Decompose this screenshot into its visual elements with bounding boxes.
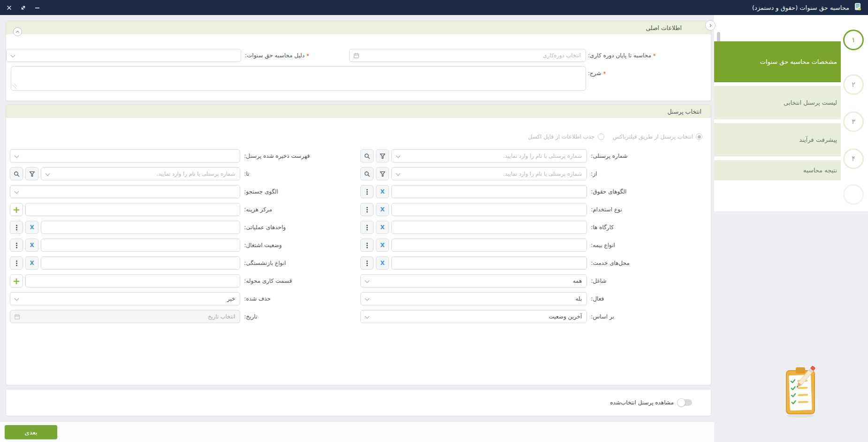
from-field [360, 167, 589, 181]
period-field [349, 48, 586, 62]
to-field [6, 167, 242, 181]
more-options-button[interactable] [360, 185, 373, 198]
assigned-section-box [25, 274, 240, 287]
workshops-input[interactable] [392, 221, 586, 233]
insurance-types-field: X [360, 238, 589, 252]
retirement-types-field: X [6, 256, 242, 270]
active-label: فعال: [589, 292, 711, 306]
step-1[interactable]: مشخصات محاسبه حق سنوات [714, 41, 841, 82]
retirement-types-input[interactable] [41, 257, 240, 269]
wizard-sidebar: مشخصات محاسبه حق سنوات لیست پرسنل انتخاب… [714, 15, 868, 442]
filter-row-active: فعال: بله حذف شده: خیر [6, 292, 711, 306]
to-combo [41, 167, 240, 180]
radio-excel[interactable]: جذب اطلاعات از فایل اکسل [528, 133, 604, 140]
kebab-icon [366, 227, 368, 228]
main-info-header: اطلاعات اصلی [6, 21, 711, 34]
more-options-button[interactable] [10, 239, 23, 252]
app-window: محاسبه حق سنوات (حقوق و دستمزد) اطلاعات … [0, 0, 868, 442]
toggle-track[interactable] [678, 399, 692, 406]
required-asterisk: * [306, 53, 309, 59]
more-options-button[interactable] [10, 256, 23, 270]
date-field [6, 310, 242, 324]
clear-button[interactable]: X [376, 221, 389, 234]
based-on-select[interactable]: آخرین وضعیت [360, 310, 587, 323]
saved-list-select[interactable] [10, 149, 240, 163]
to-input[interactable] [41, 168, 240, 180]
step-3[interactable]: پیشرفت فرآیند [714, 123, 841, 156]
more-options-button[interactable] [10, 221, 23, 234]
step-2[interactable]: لیست پرسنل انتخابی [714, 86, 841, 119]
search-button[interactable] [10, 167, 23, 180]
salary-patterns-input[interactable] [392, 186, 586, 198]
step-3-badge: ۳ [843, 111, 864, 132]
from-input[interactable] [392, 168, 586, 180]
more-options-button[interactable] [360, 256, 373, 270]
kebab-icon [16, 263, 17, 264]
employed-field: همه [360, 274, 589, 288]
workshops-label: کارگاه ها: [589, 220, 711, 234]
app-icon [853, 2, 862, 13]
close-button[interactable] [6, 4, 12, 11]
search-pattern-select[interactable] [10, 185, 240, 198]
clear-button[interactable]: X [25, 256, 38, 270]
cost-center-input[interactable] [26, 203, 240, 216]
checklist-illustration [779, 363, 822, 419]
maximize-button[interactable] [20, 4, 26, 11]
chevron-down-icon [365, 314, 370, 319]
more-options-button[interactable] [360, 221, 373, 234]
operational-units-input[interactable] [41, 221, 240, 233]
to-label: تا: [242, 167, 360, 181]
from-combo [391, 167, 587, 180]
view-selected-toggle[interactable]: مشاهده پرسنل انتخاب‌شده [610, 399, 692, 406]
step-4[interactable]: نتیجه محاسبه [714, 160, 841, 180]
clear-button[interactable]: X [25, 221, 38, 234]
insurance-types-input[interactable] [392, 239, 586, 251]
clear-button[interactable]: X [376, 185, 389, 198]
description-textarea[interactable] [11, 66, 586, 91]
minimize-button[interactable] [34, 4, 40, 11]
filter-button[interactable] [25, 167, 38, 180]
filter-button[interactable] [376, 149, 389, 163]
work-period-input[interactable] [350, 49, 586, 62]
more-options-button[interactable] [360, 203, 373, 216]
work-period-datepicker[interactable] [349, 49, 586, 62]
collapse-section-button[interactable] [13, 27, 22, 36]
clear-button[interactable]: X [376, 256, 389, 270]
active-select[interactable]: بله [360, 292, 587, 305]
add-button[interactable]: + [10, 274, 23, 287]
chevron-down-icon [365, 279, 370, 283]
next-button[interactable]: بعدی [5, 425, 57, 439]
deleted-field: خیر [6, 292, 242, 306]
employment-type-input[interactable] [392, 203, 586, 216]
filter-row-personnel-number: شماره پرسنلی: فهرست ذخیره شده پرسنل: [6, 149, 711, 163]
filter-icon [380, 171, 386, 177]
more-options-button[interactable] [360, 239, 373, 252]
clear-button[interactable]: X [25, 239, 38, 252]
add-button[interactable]: + [10, 203, 23, 216]
personnel-number-input[interactable] [392, 150, 586, 162]
search-button[interactable] [360, 167, 373, 180]
operational-units-field: X [6, 220, 242, 234]
based-on-label: بر اساس: [589, 310, 711, 324]
main-info-row-2: * شرح: [6, 66, 711, 91]
filter-row-employed: شاغل: همه قسمت کاری محوله: + [6, 274, 711, 288]
assigned-section-input[interactable] [26, 275, 240, 287]
collapse-panel-button[interactable] [705, 20, 716, 31]
salary-patterns-box [391, 185, 587, 198]
chevron-down-icon [365, 296, 370, 301]
radio-selected-icon [696, 133, 702, 140]
clear-button[interactable]: X [376, 203, 389, 216]
reason-select[interactable] [6, 49, 241, 62]
deleted-select[interactable]: خیر [10, 292, 240, 305]
filter-button[interactable] [376, 167, 389, 180]
radio-filterbox[interactable]: انتخاب پرسنل از طریق فیلترباکس [613, 133, 702, 140]
employment-status-input[interactable] [41, 239, 240, 251]
toggle-knob[interactable] [677, 398, 685, 407]
employed-select[interactable]: همه [360, 274, 587, 287]
service-locations-input[interactable] [392, 257, 586, 269]
step-2-badge: ۲ [843, 74, 864, 95]
filter-row-insurance: انواع بیمه: X وضعیت اشتغال: [6, 238, 711, 252]
clear-button[interactable]: X [376, 239, 389, 252]
employment-type-field: X [360, 202, 589, 217]
search-button[interactable] [360, 149, 373, 163]
